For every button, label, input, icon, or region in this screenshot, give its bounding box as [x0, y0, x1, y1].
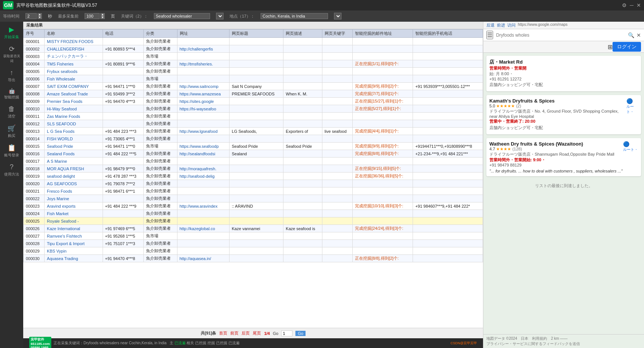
table-cell: 魚介卸売業者 [143, 83, 177, 90]
grid-icon-button[interactable]: ⊞ [608, 43, 613, 51]
first-page-link[interactable]: 首页 [219, 330, 227, 336]
table-cell[interactable]: seafood delight [45, 173, 103, 180]
table-cell[interactable]: Premier Sea Foods [45, 98, 103, 105]
table-cell[interactable]: Zas Marine Foods [45, 113, 103, 120]
table-cell [413, 187, 483, 195]
visit-nav[interactable]: 访问 [507, 22, 516, 28]
keyword-select[interactable] [216, 13, 224, 19]
keyword-input[interactable] [154, 13, 210, 19]
table-row: 000007SAIT EXIM COMPANY+91 94471 1***0魚介… [24, 83, 483, 90]
table-cell: 魚介卸売業者 [143, 247, 177, 255]
go-button[interactable]: Go [295, 331, 306, 336]
back-nav[interactable]: 后退 [486, 22, 495, 28]
table-cell: Sealand [230, 150, 283, 158]
right-content[interactable]: 店・Market Rd 営業時間外・営業開 始: 月 8:00・ +91 812… [483, 53, 644, 334]
table-cell [177, 180, 230, 187]
table-cell[interactable]: Aquasea Trading [45, 255, 103, 262]
table-cell[interactable]: Joys Marine [45, 195, 103, 202]
results-table: 序号 名称 电话 分类 网址 网页标题 网页描述 网页关键字 智能挖掘的邮件地址… [23, 29, 483, 262]
table-cell[interactable]: FISH WORLD [45, 135, 103, 143]
table-cell [177, 187, 230, 195]
table-row: 000028Tipu Export & Import+91 75107 1***… [24, 240, 483, 247]
table-cell[interactable]: Sealand Foods [45, 150, 103, 158]
table-cell[interactable]: Kaze International [45, 225, 103, 232]
sidebar-item-export[interactable]: ↑ 导出 [1, 67, 22, 85]
table-cell[interactable]: A S Marine [45, 158, 103, 165]
last-page-link[interactable]: 尾页 [253, 330, 261, 336]
col-keywords: 网页关键字 [322, 30, 352, 38]
table-cell[interactable]: Aravind exports [45, 202, 103, 210]
table-cell[interactable]: チェンパックカーラ・ [45, 53, 103, 60]
table-cell[interactable]: Tipu Export & Import [45, 240, 103, 247]
card3-open-status: 営業時間外・営業開始: 9:00・ [489, 157, 623, 163]
sidebar-item-start-collect[interactable]: ▶ 开始采集 [1, 23, 22, 42]
table-cell[interactable]: Hi-Way Seafood [45, 105, 103, 113]
table-cell[interactable]: MOR AQUA FRESH [45, 165, 103, 173]
wait-time-input[interactable] [25, 13, 37, 19]
card3-type: ドライフルーツ販売店・Shanmugam Road,Opposite Bay P… [489, 152, 623, 157]
table-cell[interactable]: KBS Vypin [45, 247, 103, 255]
table-cell[interactable]: Ramvee's Fishtech [45, 232, 103, 240]
table-cell [413, 135, 483, 143]
col-email: 智能挖掘的邮件地址 [353, 30, 413, 38]
table-cell[interactable]: MISTY FROZEN FOODS [45, 38, 103, 45]
sidebar-item-register[interactable]: 📋 账号登录 [1, 141, 22, 160]
table-row: 000009Premier Sea Foods+91 94470 4***3魚介… [24, 98, 483, 105]
search-button[interactable]: 🔍 [628, 32, 634, 38]
right-search-input[interactable] [495, 32, 626, 39]
table-row: 000005Frybux seafoods魚介卸売業者 [24, 68, 483, 75]
table-cell[interactable]: CHALLENGERFISH [45, 45, 103, 53]
table-cell[interactable]: Fish Wholesale [45, 75, 103, 83]
sidebar-item-help[interactable]: ? 使用方法 [1, 161, 22, 179]
table-cell: 魚介卸売業者 [143, 165, 177, 173]
max-collect-down[interactable]: ▼ [100, 16, 105, 19]
settings-icon[interactable]: ⚙ [622, 2, 627, 8]
table-cell[interactable]: TMS Fisheries [45, 60, 103, 68]
sidebar-item-clear[interactable]: 🗑 清空 [1, 103, 22, 121]
table-cell: 魚介卸売業者 [143, 98, 177, 105]
table-cell [322, 60, 352, 68]
table-cell[interactable]: Seafood Pride [45, 143, 103, 150]
table-cell: 魚介卸売業者 [143, 255, 177, 262]
next-page-link[interactable]: 后页 [242, 330, 250, 336]
results-table-wrapper[interactable]: 序号 名称 电话 分类 网址 网页标题 网页描述 网页关键字 智能挖掘的邮件地址… [23, 29, 483, 328]
app-title: 宾甲谷歌地图数据采集软件-试用版V3.57 [16, 2, 622, 9]
sidebar-item-ai-mine[interactable]: 🤖 智能挖掘 [1, 86, 22, 102]
table-cell[interactable]: SAIT EXIM COMPANY [45, 83, 103, 90]
status-keyword: 正在采集关键词：Dryfoods wholesalers near Cochin… [54, 341, 167, 346]
table-cell [413, 128, 483, 135]
table-cell[interactable]: Amaze Seafood Trade [45, 90, 103, 98]
max-collect-spinner[interactable]: ▲ ▼ [85, 13, 105, 19]
table-cell[interactable]: Frybux seafoods [45, 68, 103, 75]
col-id: 序号 [24, 30, 45, 38]
card2-route-label[interactable]: ルート・ [626, 104, 634, 114]
sidebar-item-buy[interactable]: 🛒 购买 [1, 122, 22, 141]
menu-icon-button[interactable]: ☰ [486, 31, 493, 39]
wait-time-spinner[interactable]: ▲ ▼ [25, 13, 42, 19]
forward-nav[interactable]: 前进 [497, 22, 505, 28]
table-cell[interactable]: SLS SEAFOOD [45, 120, 103, 128]
table-cell[interactable]: Fish Market [45, 210, 103, 217]
wait-time-down[interactable]: ▼ [37, 16, 42, 19]
go-label: Go [273, 331, 279, 336]
minimize-icon[interactable]: ─ [630, 2, 634, 8]
table-cell[interactable]: AG SEAFOODS [45, 180, 103, 187]
login-button[interactable]: ログイン [613, 42, 641, 52]
card2-route-button[interactable]: 🔵 [626, 98, 633, 104]
max-collect-input[interactable] [85, 13, 100, 19]
location-input[interactable] [261, 13, 328, 19]
card3-route-button[interactable]: 🔵 [623, 141, 629, 147]
close-search-button[interactable]: ✕ [637, 32, 641, 38]
sidebar-item-get-stars[interactable]: ⟳ 获取星否关词 [1, 43, 22, 66]
table-cell [283, 120, 322, 128]
table-cell[interactable]: Fresco Foods [45, 187, 103, 195]
location-select[interactable] [334, 13, 341, 19]
go-input[interactable] [281, 330, 292, 336]
prev-page-link[interactable]: 前页 [230, 330, 239, 336]
toolbar: 等待时间 ▲ ▼ 秒 最多采集前 ▲ ▼ 页 关键词（2）： 地点（17）： [0, 10, 644, 22]
table-cell[interactable]: L G Sea Foods [45, 128, 103, 135]
card3-route-label[interactable]: ルート・ [623, 147, 638, 152]
close-icon[interactable]: ✕ [637, 2, 641, 8]
table-cell[interactable]: Royale Seafood - [45, 217, 103, 225]
table-cell [353, 180, 413, 187]
